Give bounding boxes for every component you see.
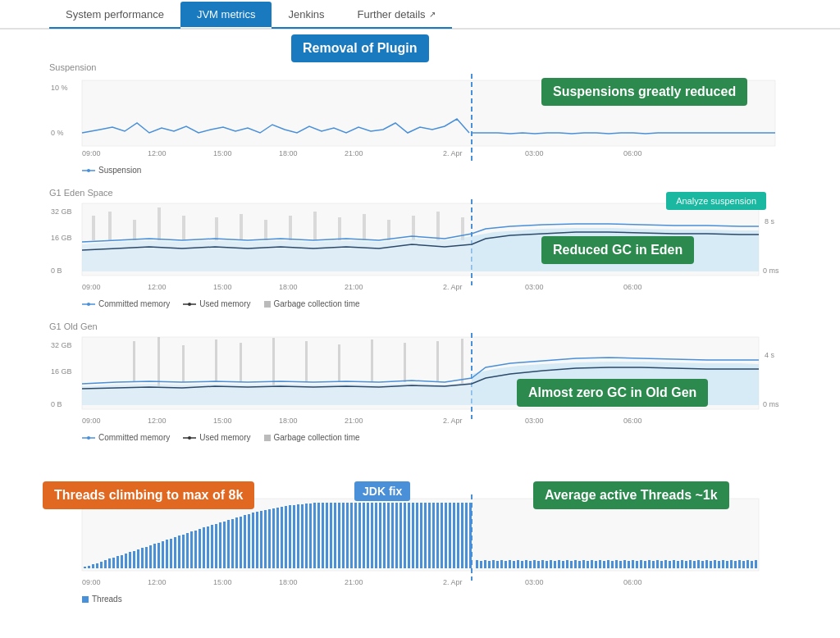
svg-rect-178 [469, 503, 472, 568]
svg-rect-111 [194, 531, 197, 568]
svg-rect-21 [108, 212, 112, 240]
svg-rect-116 [215, 524, 217, 568]
svg-rect-180 [480, 561, 482, 568]
svg-rect-165 [416, 503, 418, 568]
tab-jenkins[interactable]: Jenkins [272, 2, 340, 27]
svg-text:03:00: 03:00 [525, 149, 544, 157]
svg-rect-157 [383, 503, 386, 568]
svg-rect-117 [219, 522, 221, 568]
svg-text:18:00: 18:00 [279, 283, 298, 291]
svg-rect-235 [705, 560, 708, 568]
svg-rect-199 [558, 560, 560, 568]
svg-rect-160 [395, 503, 398, 568]
annotation-almost-zero-gc: Almost zero GC in Old Gen [517, 379, 708, 407]
svg-rect-31 [363, 214, 366, 240]
svg-text:09:00: 09:00 [82, 417, 101, 425]
svg-rect-85 [88, 566, 90, 568]
tab-system-performance[interactable]: System performance [49, 2, 180, 27]
svg-point-78 [87, 436, 90, 440]
svg-text:15:00: 15:00 [213, 578, 232, 586]
svg-rect-201 [566, 560, 568, 568]
svg-rect-209 [599, 560, 601, 568]
threads-legend: Threads [82, 595, 791, 604]
svg-rect-115 [211, 525, 213, 568]
svg-text:0 B: 0 B [51, 400, 62, 408]
svg-rect-196 [546, 561, 548, 568]
svg-rect-241 [730, 560, 733, 568]
tab-further-details[interactable]: Further details ↗ [341, 2, 452, 27]
gc-time-legend: Garbage collection time [264, 299, 360, 308]
svg-rect-192 [529, 561, 532, 568]
svg-rect-243 [738, 560, 741, 568]
svg-point-79 [188, 436, 191, 440]
svg-text:09:00: 09:00 [82, 283, 101, 291]
svg-rect-63 [338, 344, 340, 382]
svg-rect-25 [215, 217, 218, 240]
svg-rect-200 [562, 561, 564, 568]
svg-rect-184 [496, 561, 499, 568]
svg-rect-215 [623, 560, 626, 568]
tab-jvm-metrics[interactable]: JVM metrics [180, 2, 272, 27]
svg-rect-188 [513, 561, 515, 568]
svg-rect-113 [203, 527, 205, 568]
svg-rect-187 [509, 560, 511, 568]
svg-rect-193 [533, 560, 536, 568]
svg-rect-242 [734, 561, 737, 568]
svg-rect-122 [240, 517, 242, 568]
svg-rect-140 [313, 503, 316, 568]
svg-rect-234 [701, 561, 704, 568]
analyze-suspension-button[interactable]: Analyze suspension [666, 192, 766, 210]
svg-rect-107 [178, 535, 180, 568]
svg-rect-90 [108, 558, 111, 568]
svg-rect-29 [313, 212, 317, 240]
svg-rect-150 [354, 503, 357, 568]
svg-marker-37 [82, 236, 472, 271]
svg-text:18:00: 18:00 [279, 149, 298, 157]
svg-rect-131 [276, 508, 279, 568]
svg-rect-204 [578, 561, 581, 568]
svg-rect-59 [215, 340, 217, 382]
svg-rect-139 [309, 504, 312, 568]
svg-rect-34 [436, 212, 440, 240]
svg-rect-66 [436, 341, 439, 382]
svg-rect-244 [742, 561, 745, 568]
svg-text:03:00: 03:00 [525, 283, 544, 291]
tab-bar: System performance JVM metrics Jenkins F… [0, 0, 840, 30]
svg-rect-93 [121, 555, 123, 568]
svg-rect-226 [669, 561, 671, 568]
svg-rect-168 [428, 503, 431, 568]
svg-rect-57 [158, 337, 160, 386]
charts-area: Suspension 10 % 0 % 09:00 12:00 15:00 [0, 62, 840, 604]
svg-text:18:00: 18:00 [279, 578, 298, 586]
svg-rect-179 [476, 560, 478, 568]
svg-rect-222 [652, 561, 655, 568]
svg-rect-190 [521, 561, 523, 568]
svg-text:32 GB: 32 GB [51, 341, 72, 349]
svg-text:12:00: 12:00 [148, 578, 167, 586]
svg-rect-28 [289, 216, 292, 240]
svg-rect-133 [285, 506, 287, 568]
svg-rect-112 [199, 529, 201, 568]
annotation-suspensions-reduced: Suspensions greatly reduced [541, 78, 747, 106]
svg-rect-189 [517, 560, 519, 568]
svg-text:15:00: 15:00 [213, 283, 232, 291]
svg-rect-245 [746, 560, 749, 568]
svg-rect-32 [387, 220, 390, 240]
svg-rect-24 [182, 216, 185, 240]
svg-rect-177 [465, 503, 468, 568]
svg-rect-232 [693, 561, 696, 568]
svg-text:2. Apr: 2. Apr [443, 578, 463, 586]
svg-rect-145 [334, 503, 336, 568]
svg-text:0 B: 0 B [51, 267, 62, 275]
svg-rect-121 [235, 517, 238, 568]
gc-time-legend-2: Garbage collection time [264, 433, 360, 442]
annotation-reduced-gc-eden: Reduced GC in Eden [541, 236, 694, 264]
svg-point-46 [87, 303, 90, 306]
svg-rect-58 [182, 345, 185, 382]
svg-rect-109 [186, 533, 189, 568]
svg-rect-100 [149, 545, 152, 568]
svg-rect-219 [640, 560, 642, 568]
svg-rect-161 [399, 503, 402, 568]
svg-rect-246 [751, 561, 753, 568]
svg-rect-134 [289, 505, 291, 568]
